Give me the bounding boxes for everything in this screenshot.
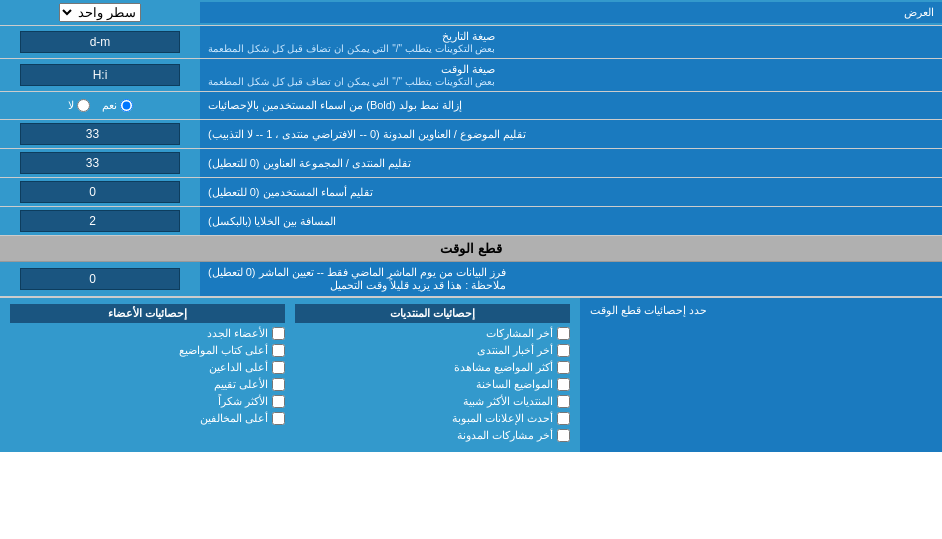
stat-member-3: أعلى الداعين [10, 361, 285, 374]
bold-remove-input-wrapper: نعم لا [0, 92, 200, 119]
cell-spacing-input[interactable] [20, 210, 180, 232]
stat-member-3-checkbox[interactable] [272, 361, 285, 374]
usernames-trim-label: تقليم أسماء المستخدمين (0 للتعطيل) [200, 178, 942, 206]
col1-header: إحصائيات المنتديات [295, 304, 570, 323]
forum-titles-row: تقليم المنتدى / المجموعة العناوين (0 للت… [0, 149, 942, 178]
forum-titles-label: تقليم المنتدى / المجموعة العناوين (0 للت… [200, 149, 942, 177]
usernames-trim-input-wrapper [0, 178, 200, 206]
stat-forum-1: أخر المشاركات [295, 327, 570, 340]
display-select[interactable]: سطر واحدسطرينثلاثة أسطر [59, 3, 141, 22]
stat-member-1-checkbox[interactable] [272, 327, 285, 340]
stats-section: حدد إحصائيات قطع الوقت إحصائيات المنتديا… [0, 297, 942, 452]
bold-no-label: لا [68, 99, 90, 112]
cutoff-input[interactable] [20, 268, 180, 290]
stat-member-4: الأعلى تقييم [10, 378, 285, 391]
cutoff-header: قطع الوقت [0, 236, 942, 262]
date-format-row: صيغة التاريخ بعض التكوينات يتطلب "/" الت… [0, 26, 942, 59]
stat-forum-3: أكثر المواضيع مشاهدة [295, 361, 570, 374]
stat-forum-6-checkbox[interactable] [557, 412, 570, 425]
stat-member-6: أعلى المخالفين [10, 412, 285, 425]
time-format-label: صيغة الوقت بعض التكوينات يتطلب "/" التي … [200, 59, 942, 91]
stat-member-5-checkbox[interactable] [272, 395, 285, 408]
stat-forum-5-checkbox[interactable] [557, 395, 570, 408]
cutoff-label: فرز البيانات من يوم الماشر الماضي فقط --… [200, 262, 942, 296]
stat-member-2-checkbox[interactable] [272, 344, 285, 357]
topic-titles-label: تقليم الموضوع / العناوين المدونة (0 -- ا… [200, 120, 942, 148]
stat-forum-1-checkbox[interactable] [557, 327, 570, 340]
bold-remove-row: إزالة نمط بولد (Bold) من اسماء المستخدمي… [0, 92, 942, 120]
header-select-wrapper: سطر واحدسطرينثلاثة أسطر [0, 0, 200, 25]
header-label: العرض [200, 2, 942, 23]
forum-titles-input-wrapper [0, 149, 200, 177]
stat-forum-7: أخر مشاركات المدونة [295, 429, 570, 442]
stats-col-forums: إحصائيات المنتديات أخر المشاركات أخر أخب… [295, 304, 570, 446]
main-container: العرض سطر واحدسطرينثلاثة أسطر صيغة التار… [0, 0, 942, 452]
stat-forum-2-checkbox[interactable] [557, 344, 570, 357]
usernames-trim-row: تقليم أسماء المستخدمين (0 للتعطيل) [0, 178, 942, 207]
date-format-input[interactable] [20, 31, 180, 53]
stat-member-4-checkbox[interactable] [272, 378, 285, 391]
stats-col-members: إحصائيات الأعضاء الأعضاء الجدد أعلى كتاب… [10, 304, 285, 446]
stats-checkboxes-area: إحصائيات المنتديات أخر المشاركات أخر أخب… [0, 298, 580, 452]
stats-label: حدد إحصائيات قطع الوقت [580, 298, 942, 452]
cutoff-input-wrapper [0, 262, 200, 296]
header-row: العرض سطر واحدسطرينثلاثة أسطر [0, 0, 942, 26]
time-format-row: صيغة الوقت بعض التكوينات يتطلب "/" التي … [0, 59, 942, 92]
cell-spacing-label: المسافة بين الخلايا (بالبكسل) [200, 207, 942, 235]
stat-member-5: الأكثر شكراً [10, 395, 285, 408]
stat-forum-7-checkbox[interactable] [557, 429, 570, 442]
date-format-label: صيغة التاريخ بعض التكوينات يتطلب "/" الت… [200, 26, 942, 58]
stat-forum-3-checkbox[interactable] [557, 361, 570, 374]
date-format-input-wrapper [0, 26, 200, 58]
stat-forum-5: المنتديات الأكثر شبية [295, 395, 570, 408]
time-format-input[interactable] [20, 64, 180, 86]
stat-forum-2: أخر أخبار المنتدى [295, 344, 570, 357]
cell-spacing-input-wrapper [0, 207, 200, 235]
stat-forum-6: أحدث الإعلانات المبوبة [295, 412, 570, 425]
stat-member-2: أعلى كتاب المواضيع [10, 344, 285, 357]
cutoff-row: فرز البيانات من يوم الماشر الماضي فقط --… [0, 262, 942, 297]
stat-forum-4-checkbox[interactable] [557, 378, 570, 391]
stat-forum-4: المواضيع الساخنة [295, 378, 570, 391]
bold-remove-label: إزالة نمط بولد (Bold) من اسماء المستخدمي… [200, 92, 942, 119]
bold-radio-group: نعم لا [60, 95, 141, 116]
bold-yes-label: نعم [102, 99, 133, 112]
cell-spacing-row: المسافة بين الخلايا (بالبكسل) [0, 207, 942, 236]
stat-member-1: الأعضاء الجدد [10, 327, 285, 340]
time-format-input-wrapper [0, 59, 200, 91]
stat-member-6-checkbox[interactable] [272, 412, 285, 425]
topic-titles-row: تقليم الموضوع / العناوين المدونة (0 -- ا… [0, 120, 942, 149]
bold-no-radio[interactable] [77, 99, 90, 112]
usernames-trim-input[interactable] [20, 181, 180, 203]
topic-titles-input-wrapper [0, 120, 200, 148]
topic-titles-input[interactable] [20, 123, 180, 145]
forum-titles-input[interactable] [20, 152, 180, 174]
bold-yes-radio[interactable] [120, 99, 133, 112]
col2-header: إحصائيات الأعضاء [10, 304, 285, 323]
